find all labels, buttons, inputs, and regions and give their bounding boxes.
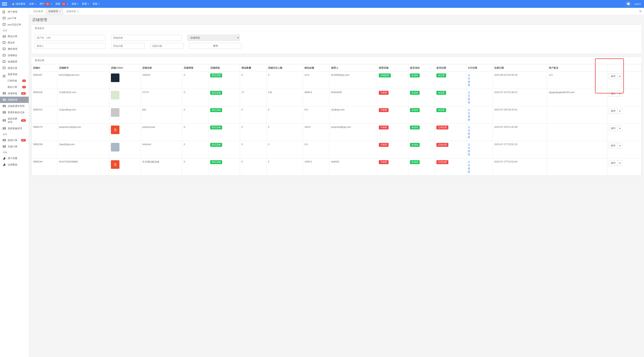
sidebar-item-label: 虚拟买家对话 [8,117,19,124]
sidebar-item[interactable]: 商品库 [0,40,29,46]
box-icon [3,61,6,63]
card-icon [3,145,6,148]
operate-dropdown[interactable]: ▾ [618,108,622,114]
list-icon [3,73,6,76]
sidebar-item[interactable]: 店铺管理 [0,97,29,103]
sidebar-item-label: 充值订单 [8,145,17,148]
filter-end-date[interactable] [150,43,184,49]
menu-toggle-icon[interactable] [2,1,7,7]
operate-button[interactable]: 操作 [609,143,618,148]
table-row: 399524493147258336666S月月测试新店铺0真实店铺001000… [32,158,642,176]
nav-home[interactable]: 🏠 综合查询 [10,0,27,8]
sidebar-item-label: 订单列表 [8,79,17,83]
query-button[interactable]: 查询 [189,43,242,49]
tab[interactable]: 店铺审核✕ [64,8,82,15]
user-menu[interactable]: root ▾ [633,3,642,6]
cell-type: 真实店铺 [209,106,240,124]
sidebar-item[interactable]: 店铺审核69 [0,90,29,97]
sidebar-item-label: 店铺商品 [8,54,17,57]
sidebar-item[interactable]: 卖家等级 [0,71,29,78]
sidebar-item[interactable]: 借贷配置 [0,59,29,65]
sidebar-item-label: 提现订单 [8,139,17,142]
operate-dropdown[interactable]: ▾ [618,126,622,131]
filter-user-input[interactable] [35,35,106,41]
sidebar-item[interactable]: 订单列表5 [0,78,29,84]
nav-item[interactable]: 业务▾ [27,0,38,8]
sidebar-item[interactable]: 属性管理 [0,46,29,52]
visitor-link[interactable]: 点击查看 [468,126,470,139]
sidebar-item[interactable]: pos下单 [0,15,29,22]
cell-recommend: 不推荐 [377,106,408,124]
sidebar-item[interactable]: 借贷记录 [0,65,29,71]
operate-dropdown[interactable]: ▾ [618,74,622,79]
cell-wallet: 1000.0 [303,158,330,176]
visitor-link[interactable]: 点击查看 [468,143,470,156]
sidebar-item[interactable]: 店铺商品 [0,52,29,59]
table-header: 注册日期 [493,64,547,72]
cell-id: 3995238 [32,141,58,158]
cell-recommend: 不推荐 [377,89,408,106]
cell-fans: 130 [266,89,303,106]
chat-icon[interactable]: 💬 [626,1,631,7]
filter-shoptype-select[interactable]: 店铺类型 [188,35,240,41]
operate-button[interactable]: 操作 [609,91,618,96]
cell-remark [547,141,607,158]
sidebar-item[interactable]: 运营数据 [0,162,29,168]
sidebar-item[interactable]: 充值订单 [0,143,29,150]
operate-button[interactable]: 操作 [609,126,618,131]
cell-wallet: 10.0 [303,72,330,89]
nav-item[interactable]: 系统▾ [91,0,101,8]
file-icon [3,11,6,13]
table-header: 店铺LOGO [110,64,141,72]
table-row: 399531012qaz@qq.comjhhj0真实店铺000.01js@qq.… [32,106,642,124]
visitor-link[interactable]: 点击查看 [468,108,470,121]
visitor-link[interactable]: 点击查看 [468,74,470,87]
filter-start-date[interactable] [111,43,144,49]
cell-goods: 0 [240,124,266,141]
cell-id: 3995326 [32,89,58,106]
filter-referrer-input[interactable] [35,43,106,49]
operate-button[interactable]: 操作 [609,74,618,79]
cell-black: 已经拉黑 [435,158,466,176]
refresh-icon[interactable]: ⟳ [639,10,642,13]
table-header: 钱包余额 [303,64,330,72]
nav-item[interactable]: 用户69▾ [38,0,54,8]
visitor-link[interactable]: 点击查看 [468,160,470,173]
sidebar-item[interactable]: 提现订单29 [0,137,29,143]
cell-level: 0 [182,141,208,158]
table-row: 3995326123@1633.comCCTVC真实店铺171309909.99… [32,89,642,106]
sidebar-item[interactable]: 退款订单2 [0,84,29,90]
laptop-icon [3,35,6,38]
cell-black: 未拉黑 [435,106,466,124]
operate-dropdown[interactable]: ▾ [618,160,622,166]
nav-item[interactable]: 报表▾ [70,0,80,8]
cell-date: 2023-07-28T21:42:08 [493,124,547,141]
sidebar-item[interactable]: 用户管理 [0,9,29,15]
sidebar-item[interactable]: 用户存量 [0,155,29,162]
sidebar-item[interactable]: 直通车购买记录 [0,109,29,116]
sidebar-item[interactable]: 系统客服对话 [0,125,29,132]
sidebar-item[interactable]: 虚拟买家对话14 [0,116,29,125]
tab[interactable]: 店铺管理✕ [46,8,64,15]
close-icon[interactable]: ✕ [59,10,61,13]
nav-item[interactable]: 配置▾ [80,0,91,8]
sidebar-item[interactable]: 店铺直通车管理 [0,103,29,109]
sidebar-item[interactable]: pos日志记录 [0,22,29,28]
nav-item[interactable]: 财务29▾ [54,0,70,8]
cell-date: 2023-07-27T23:52:15 [493,141,547,158]
box-icon [3,42,6,44]
sidebar-group: 财务 [0,132,29,137]
visitor-link[interactable]: 点击查看 [468,91,470,104]
operate-dropdown[interactable]: ▾ [618,143,622,148]
operate-button[interactable]: 操作 [609,108,618,114]
operate-dropdown[interactable]: ▾ [618,91,622,96]
cell-visitor: 点击查看 [466,158,492,176]
cell-level: 0 [182,158,208,176]
cell-referrer [330,141,377,158]
tab[interactable]: 综合查询 [31,8,46,15]
operate-button[interactable]: 操作 [609,160,618,166]
sidebar-item[interactable]: 商品分类 [0,33,29,40]
filter-shopname-input[interactable] [111,35,182,41]
close-icon[interactable]: ✕ [77,10,79,13]
cell-goods: 0 [240,106,266,124]
